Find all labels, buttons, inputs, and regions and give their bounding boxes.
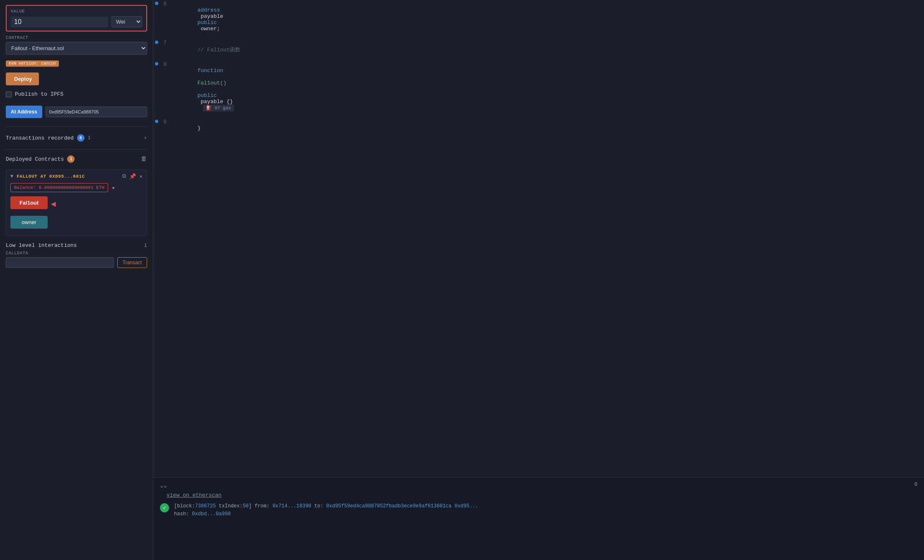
- line-code-9: }: [172, 119, 201, 138]
- contract-chevron-icon[interactable]: ▼: [10, 174, 13, 179]
- code-line-9: 9 }: [153, 118, 924, 138]
- kw-owner-decl: owner;: [197, 26, 220, 32]
- deployed-title: Deployed Contracts: [6, 156, 64, 162]
- line-code-8: function Fal1out() public payable {} ⛽ 9…: [172, 61, 234, 117]
- transact-button[interactable]: Transact: [117, 257, 147, 268]
- kw-brace-close: }: [197, 125, 201, 131]
- kw-payable-8: payable {}: [197, 99, 233, 105]
- trash-icon[interactable]: 🗑: [141, 155, 147, 163]
- deploy-button[interactable]: Deploy: [6, 72, 39, 85]
- contract-label: CONTRACT: [6, 36, 147, 40]
- value-label: VALUE: [11, 9, 142, 14]
- line-num-7: 7: [160, 40, 172, 46]
- copy-icon[interactable]: ⧉: [122, 173, 126, 180]
- balance-display: Balance: 0.000000000000000001 ETH: [10, 183, 108, 192]
- at-address-row: At Address: [6, 106, 147, 118]
- arrow-indicator: ◄: [51, 200, 56, 209]
- kw-function: function: [197, 68, 223, 74]
- contract-instance-header: ▼ FALLOUT AT 0XD95...601C ⧉ 📌 ✕: [10, 173, 143, 180]
- line-num-9: 9: [160, 119, 172, 125]
- publish-label: Publish to IPFS: [15, 91, 63, 97]
- value-input[interactable]: [11, 17, 108, 27]
- left-panel: VALUE Wei Gwei Finney Ether CONTRACT Fal…: [0, 0, 153, 560]
- kw-address: address: [197, 7, 220, 13]
- info-icon: i: [88, 135, 91, 141]
- value-row: Wei Gwei Finney Ether: [11, 16, 142, 27]
- sparkle-icon[interactable]: ✦: [111, 183, 116, 192]
- contract-section: CONTRACT Fallout - Ethernaut.sol: [6, 36, 147, 55]
- chevron-right-icon: ›: [144, 135, 147, 141]
- contract-icons: ⧉ 📌 ✕: [122, 173, 143, 180]
- kw-comment-7: // Fal1out函数: [197, 47, 240, 53]
- transactions-label: Transactions recorded: [6, 135, 74, 141]
- pin-icon[interactable]: 📌: [129, 173, 136, 180]
- gas-label: ⛽ 97 gas: [203, 105, 234, 111]
- console-area: ⌄⌄ 0 view on etherscan ✓ [block:7386725 …: [153, 477, 924, 560]
- deployed-header: Deployed Contracts 1 🗑: [6, 155, 147, 163]
- low-level-info-icon: i: [144, 243, 147, 249]
- transactions-badge: 6: [77, 134, 85, 142]
- kw-public-8: public: [197, 92, 217, 99]
- line-dot-7: [153, 40, 160, 44]
- console-toolbar: ⌄⌄ 0: [160, 482, 917, 489]
- low-level-section: Low level interactions i CALLDATA Transa…: [6, 242, 147, 268]
- balance-row: Balance: 0.000000000000000001 ETH ✦: [10, 183, 143, 192]
- value-section: VALUE Wei Gwei Finney Ether: [6, 5, 147, 31]
- line-num-8: 8: [160, 61, 172, 68]
- line-dot-6: [153, 1, 160, 5]
- publish-checkbox[interactable]: [6, 92, 12, 97]
- fallout-row: Fal1out ◄: [10, 196, 143, 212]
- owner-button[interactable]: owner: [10, 216, 48, 229]
- code-line-6: 6 address payable public owner;: [153, 0, 924, 39]
- line-code-6: address payable public owner;: [172, 1, 227, 38]
- console-text: [block:7386725 txIndex:50] from: 0x714..…: [174, 502, 479, 518]
- calldata-row: Transact: [6, 257, 147, 268]
- calldata-input[interactable]: [6, 257, 114, 268]
- kw-payable: payable: [197, 13, 226, 19]
- right-panel: 6 address payable public owner; 7 // Fal…: [153, 0, 924, 560]
- evm-badge: evm version: cancun: [6, 60, 59, 67]
- at-address-button[interactable]: At Address: [6, 106, 42, 118]
- publish-row: Publish to IPFS: [6, 91, 147, 97]
- chevron-down-console: ⌄⌄: [160, 482, 167, 489]
- etherscan-link[interactable]: view on etherscan: [167, 492, 222, 498]
- low-level-title: Low level interactions: [6, 242, 77, 249]
- kw-space-8: [197, 74, 201, 80]
- code-line-7: 7 // Fal1out函数: [153, 39, 924, 60]
- deploy-container: Deploy: [6, 72, 147, 85]
- code-area: 6 address payable public owner; 7 // Fal…: [153, 0, 924, 477]
- line-code-7: // Fal1out函数: [172, 40, 240, 60]
- at-address-input[interactable]: [46, 106, 147, 117]
- line-dot-8: [153, 61, 160, 65]
- calldata-label: CALLDATA: [6, 251, 147, 256]
- kw-space-8b: [197, 86, 201, 92]
- evm-badge-container: evm version: cancun: [6, 59, 147, 68]
- code-line-8: 8 function Fal1out() public payable {} ⛽…: [153, 60, 924, 118]
- console-count: 0: [914, 482, 917, 489]
- divider-2: [6, 149, 147, 150]
- contract-instance-name: FALLOUT AT 0XD95...601C: [17, 174, 85, 179]
- console-block-info: [block:7386725 txIndex:50] from: 0x714..…: [174, 503, 479, 509]
- success-check-icon: ✓: [160, 503, 169, 512]
- contract-select[interactable]: Fallout - Ethernaut.sol: [6, 42, 147, 55]
- divider-1: [6, 126, 147, 127]
- console-entry: ✓ [block:7386725 txIndex:50] from: 0x714…: [160, 502, 917, 518]
- unit-select[interactable]: Wei Gwei Finney Ether: [111, 16, 142, 27]
- deployed-count-badge: 1: [67, 155, 75, 163]
- kw-fal1out: Fal1out(): [197, 80, 226, 86]
- fallout-button[interactable]: Fal1out: [10, 196, 48, 209]
- close-icon[interactable]: ✕: [139, 173, 143, 180]
- line-dot-9: [153, 119, 160, 123]
- transactions-row[interactable]: Transactions recorded 6 i ›: [6, 133, 147, 143]
- kw-public-6: public: [197, 19, 217, 26]
- console-hash: hash: 0xdbd...0a998: [174, 511, 231, 517]
- low-level-header: Low level interactions i: [6, 242, 147, 249]
- contract-instance: ▼ FALLOUT AT 0XD95...601C ⧉ 📌 ✕ Balance:…: [6, 169, 147, 236]
- line-num-6: 6: [160, 1, 172, 7]
